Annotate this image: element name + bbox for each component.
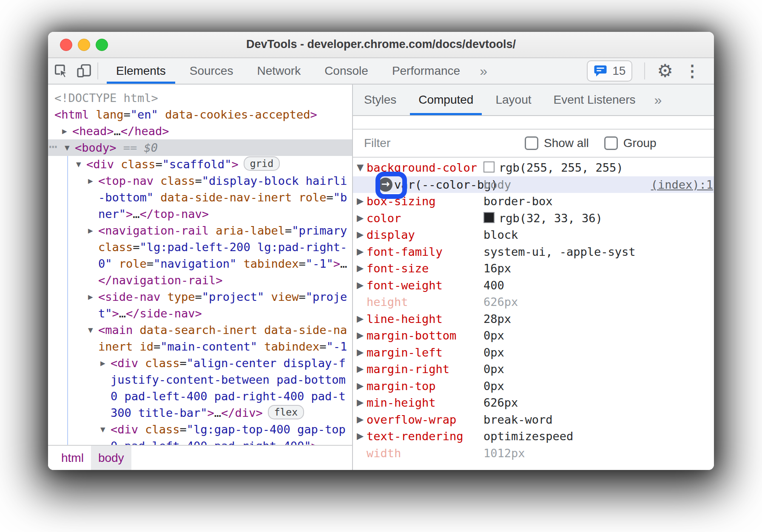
disclosure-triangle-icon[interactable]: ▶	[357, 378, 364, 395]
group-checkbox[interactable]	[604, 136, 618, 150]
console-message-count: 15	[612, 64, 626, 78]
disclosure-triangle-icon[interactable]: ▶	[357, 193, 364, 210]
dom-tree-line[interactable]: ▸<top-nav class="display-block hairli	[48, 173, 352, 189]
dom-tree-line[interactable]: 0" role="navigation" tabindex="-1">…	[48, 255, 352, 272]
grid-badge[interactable]: grid	[244, 156, 280, 171]
computed-property-row[interactable]: ▼background-colorrgb(255, 255, 255)	[353, 159, 714, 176]
dom-tree-line[interactable]: <html lang="en" data-cookies-accepted>	[48, 106, 352, 123]
dom-tree-line[interactable]: ner">…</top-nav>	[48, 206, 352, 222]
disclosure-triangle-icon[interactable]: ▾	[100, 421, 105, 438]
computed-property-row[interactable]: ▶margin-top0px	[353, 378, 714, 395]
computed-property-row[interactable]: ▶font-size16px	[353, 260, 714, 277]
dom-tree-line[interactable]: inert id="main-content" tabindex="-1	[48, 338, 352, 355]
dom-tree-line[interactable]: ▸<side-nav type="project" view="proje	[48, 289, 352, 305]
device-toolbar-icon[interactable]	[74, 61, 94, 81]
sidebar-tab-event-listeners[interactable]: Event Listeners	[543, 85, 647, 115]
computed-property-row[interactable]: height626px	[353, 294, 714, 311]
disclosure-triangle-icon[interactable]: ▾	[88, 322, 93, 338]
computed-property-row[interactable]: ▶line-height28px	[353, 311, 714, 328]
node-menu-kebab-icon[interactable]: ⋯	[49, 139, 56, 155]
dom-tree-line[interactable]: <!DOCTYPE html>	[48, 90, 352, 106]
property-value: system-ui, -apple-syst	[483, 243, 636, 260]
computed-property-row[interactable]: ▶margin-right0px	[353, 361, 714, 378]
console-messages-badge[interactable]: 15	[587, 60, 632, 82]
dom-tree-line[interactable]: ▾<main data-search-inert data-side-na	[48, 322, 352, 338]
disclosure-triangle-icon[interactable]: ▶	[357, 327, 364, 344]
goto-source-arrow-icon[interactable]: →	[378, 178, 392, 192]
dom-tree-line[interactable]: ▸<div class="align-center display-f	[48, 355, 352, 371]
sidebar-tab-computed[interactable]: Computed	[407, 85, 484, 115]
disclosure-triangle-icon[interactable]: ▸	[88, 173, 93, 189]
tab-performance[interactable]: Performance	[380, 58, 472, 84]
trace-source-link[interactable]: (index):1	[651, 176, 713, 193]
tab-elements[interactable]: Elements	[104, 58, 178, 84]
computed-property-row[interactable]: ▶colorrgb(32, 33, 36)	[353, 210, 714, 227]
dom-tree-line[interactable]: ▾<div class="lg:gap-top-400 gap-top	[48, 421, 352, 438]
computed-property-row[interactable]: ▶margin-bottom0px	[353, 327, 714, 344]
dom-tree-line[interactable]: 0 pad-left-400 pad-right-400 pad-t	[48, 388, 352, 405]
computed-property-row[interactable]: width1012px	[353, 445, 714, 462]
tab-console[interactable]: Console	[313, 58, 380, 84]
tab-network[interactable]: Network	[245, 58, 313, 84]
more-tabs-chevron-icon[interactable]: »	[647, 85, 670, 115]
flex-badge[interactable]: flex	[268, 405, 304, 419]
toolbar-right-controls: 15 ⚙ ⋮	[587, 58, 703, 84]
disclosure-triangle-icon[interactable]: ▶	[357, 361, 364, 378]
disclosure-triangle-icon[interactable]: ▶	[357, 277, 364, 294]
sidebar-tab-styles[interactable]: Styles	[353, 85, 407, 115]
inspect-element-icon[interactable]	[51, 61, 71, 81]
disclosure-triangle-icon[interactable]: ▶	[357, 394, 364, 411]
dom-tree-line[interactable]: </navigation-rail>	[48, 272, 352, 289]
disclosure-triangle-icon[interactable]: ▶	[357, 428, 364, 445]
computed-property-row[interactable]: ▶margin-left0px	[353, 344, 714, 361]
dom-tree-line[interactable]: class="lg:pad-left-200 lg:pad-right-	[48, 239, 352, 255]
dom-node-text: ner">…</top-nav>	[98, 206, 209, 222]
sidebar-tab-layout[interactable]: Layout	[484, 85, 542, 115]
dom-tree-line[interactable]: ▸<head>…</head>	[48, 123, 352, 139]
computed-property-row[interactable]: ▶displayblock	[353, 226, 714, 243]
disclosure-triangle-icon[interactable]: ▶	[357, 210, 364, 227]
computed-property-row[interactable]: ▶font-familysystem-ui, -apple-syst	[353, 243, 714, 260]
disclosure-triangle-icon[interactable]: ▾	[76, 156, 81, 173]
dom-tree-line[interactable]: ▾<div class="scaffold">grid	[48, 156, 352, 173]
filter-input[interactable]	[363, 136, 509, 150]
breadcrumb: htmlbody	[48, 445, 352, 470]
more-tabs-chevron-icon[interactable]: »	[472, 58, 495, 84]
property-name: margin-right	[367, 362, 449, 376]
settings-gear-icon[interactable]: ⚙	[657, 61, 673, 81]
show-all-checkbox[interactable]	[525, 136, 538, 150]
dom-tree-line[interactable]: -bottom" data-side-nav-inert role="b	[48, 189, 352, 206]
computed-property-row[interactable]: ▶text-renderingoptimizespeed	[353, 428, 714, 445]
dom-tree-line[interactable]: t">…</side-nav>	[48, 305, 352, 322]
dom-tree-line[interactable]: justify-content-between pad-bottom	[48, 371, 352, 388]
breadcrumb-item-body[interactable]: body	[91, 446, 131, 470]
group-control: Group	[604, 136, 657, 150]
disclosure-triangle-icon[interactable]: ▶	[357, 411, 364, 428]
disclosure-triangle-icon[interactable]: ▶	[357, 226, 364, 243]
disclosure-triangle-icon[interactable]: ▶	[357, 344, 364, 361]
dom-tree-line[interactable]: ▸<navigation-rail aria-label="primary	[48, 222, 352, 239]
devtools-content: <!DOCTYPE html><html lang="en" data-cook…	[48, 85, 714, 470]
disclosure-triangle-icon[interactable]: ▼	[357, 159, 364, 176]
disclosure-triangle-icon[interactable]: ▸	[62, 123, 67, 139]
tab-sources[interactable]: Sources	[178, 58, 245, 84]
computed-property-row[interactable]: ▶overflow-wrapbreak-word	[353, 411, 714, 428]
dom-tree-line[interactable]: ⋯▾<body> == $0	[48, 139, 352, 156]
computed-property-row[interactable]: ▶font-weight400	[353, 277, 714, 294]
dom-tree-line[interactable]: 300 title-bar">…</div>flex	[48, 405, 352, 421]
breadcrumb-item-html[interactable]: html	[54, 446, 91, 470]
disclosure-triangle-icon[interactable]: ▾	[65, 139, 70, 156]
subheader-spacer	[353, 116, 714, 129]
disclosure-triangle-icon[interactable]: ▶	[357, 311, 364, 328]
disclosure-triangle-icon[interactable]: ▶	[357, 243, 364, 260]
disclosure-triangle-icon[interactable]: ▸	[88, 289, 93, 305]
disclosure-triangle-icon[interactable]: ▸	[88, 222, 93, 239]
more-options-kebab-icon[interactable]: ⋮	[682, 61, 703, 81]
dom-node-text: <div class="scaffold">grid	[86, 156, 280, 173]
disclosure-triangle-icon[interactable]: ▶	[357, 260, 364, 277]
computed-property-row[interactable]: ▶box-sizingborder-box	[353, 193, 714, 210]
computed-trace-row[interactable]: →var(--color-bg)body(index):1	[353, 176, 714, 193]
devtools-window: DevTools - developer.chrome.com/docs/dev…	[48, 32, 714, 470]
computed-property-row[interactable]: ▶min-height626px	[353, 394, 714, 411]
disclosure-triangle-icon[interactable]: ▸	[100, 355, 105, 371]
